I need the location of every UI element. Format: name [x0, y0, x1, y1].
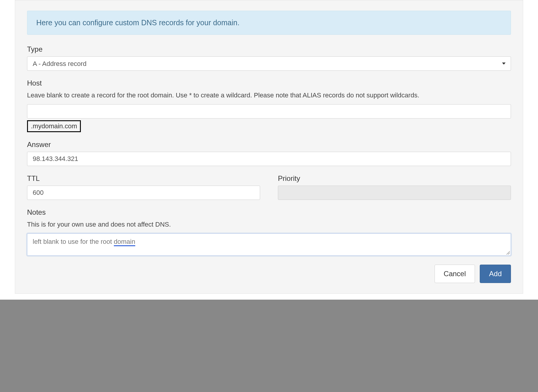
ttl-input[interactable] [27, 186, 260, 200]
dns-record-panel: Here you can configure custom DNS record… [15, 0, 523, 294]
host-help-text: Leave blank to create a record for the r… [27, 90, 511, 100]
answer-input[interactable] [27, 152, 511, 166]
ttl-label: TTL [27, 174, 260, 183]
ttl-priority-row: TTL Priority [27, 174, 511, 208]
type-group: Type A - Address record [27, 45, 511, 71]
notes-label: Notes [27, 208, 511, 216]
host-label: Host [27, 79, 511, 87]
info-banner-text: Here you can configure custom DNS record… [36, 18, 240, 27]
notes-help-text: This is for your own use and does not af… [27, 219, 511, 229]
resize-handle-icon[interactable] [506, 251, 510, 255]
host-group: Host Leave blank to create a record for … [27, 79, 511, 132]
priority-label: Priority [278, 174, 511, 183]
notes-text-pre: left blank to use for the root [33, 238, 114, 245]
answer-label: Answer [27, 140, 511, 149]
cancel-button[interactable]: Cancel [435, 265, 475, 283]
ttl-group: TTL [27, 174, 260, 200]
priority-input [278, 186, 511, 200]
type-select-wrapper: A - Address record [27, 56, 511, 71]
button-row: Cancel Add [27, 265, 511, 283]
priority-group: Priority [278, 174, 511, 200]
host-input[interactable] [27, 104, 511, 118]
notes-group: Notes This is for your own use and does … [27, 208, 511, 256]
info-banner: Here you can configure custom DNS record… [27, 11, 511, 35]
type-label: Type [27, 45, 511, 53]
type-select[interactable]: A - Address record [27, 56, 511, 71]
add-button[interactable]: Add [480, 265, 511, 283]
answer-group: Answer [27, 140, 511, 166]
notes-text-underlined: domain [114, 238, 135, 246]
notes-textarea[interactable]: left blank to use for the root domain [27, 233, 511, 256]
domain-suffix: .mydomain.com [27, 120, 81, 132]
